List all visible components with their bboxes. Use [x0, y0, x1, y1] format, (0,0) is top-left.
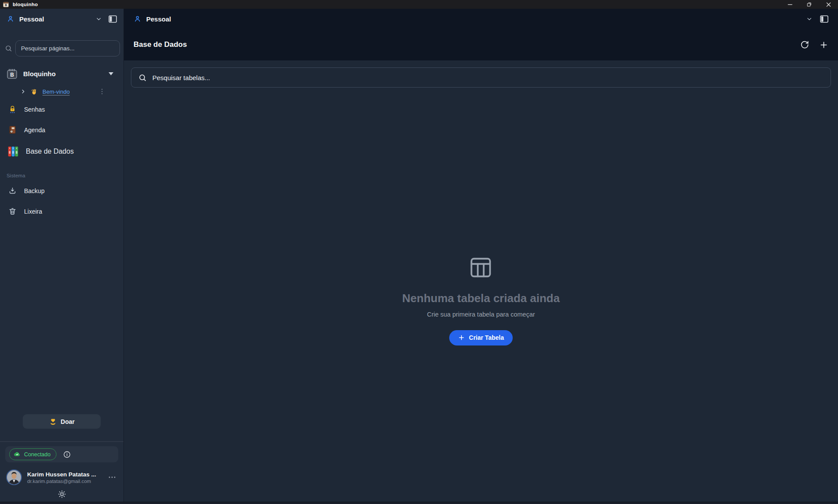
- app-logo-icon: B: [3, 2, 9, 7]
- refresh-icon[interactable]: [800, 40, 809, 49]
- sun-theme-icon[interactable]: [57, 490, 67, 499]
- main-body: Nenhuma tabela criada ainda Crie sua pri…: [124, 60, 838, 502]
- user-profile[interactable]: Karim Hussen Patatas ... dr.karim.patata…: [0, 467, 123, 488]
- chevron-down-icon[interactable]: [806, 16, 813, 22]
- tables-search-input[interactable]: [152, 74, 824, 81]
- app-window: B bloquinho Pessoal: [0, 0, 838, 504]
- empty-state-title: Nenhuma tabela criada ainda: [402, 292, 560, 305]
- sidebar-toggle-icon[interactable]: [109, 15, 117, 23]
- create-table-button[interactable]: Criar Tabela: [449, 330, 513, 345]
- user-name: Karim Hussen Patatas ...: [27, 471, 103, 478]
- table-icon: [468, 255, 493, 280]
- app-body: Pessoal B: [0, 9, 838, 502]
- tree-item-bem-vindo[interactable]: Bem-vindo: [0, 85, 123, 99]
- avatar: [6, 469, 22, 485]
- main-workspace-row: Pessoal: [124, 9, 838, 29]
- sidebar: Pessoal B: [0, 9, 124, 502]
- tree-root-bloquinho[interactable]: B Bloquinho: [0, 65, 123, 82]
- cloud-check-icon: [14, 451, 21, 458]
- footer-divider: [0, 441, 123, 442]
- sidebar-item-backup[interactable]: Backup: [0, 181, 123, 201]
- search-icon: [138, 74, 147, 82]
- sidebar-item-label: Senhas: [24, 106, 45, 113]
- expand-chevron-icon[interactable]: [20, 88, 26, 95]
- user-menu-dots-icon[interactable]: [109, 476, 116, 478]
- trash-icon: [7, 207, 18, 215]
- sidebar-item-agenda[interactable]: Agenda: [0, 120, 123, 140]
- collapse-caret-icon[interactable]: [109, 72, 113, 75]
- restore-button[interactable]: [799, 0, 819, 9]
- password-lock-icon: [7, 105, 18, 114]
- donate-label: Doar: [61, 418, 75, 425]
- info-icon[interactable]: [63, 451, 71, 458]
- pages-search-input[interactable]: [15, 40, 120, 56]
- page-title-row: Base de Dados: [124, 29, 838, 60]
- wave-icon: [31, 88, 38, 95]
- main-area: Pessoal Base de Dados: [124, 9, 838, 502]
- window-title: bloquinho: [13, 2, 38, 7]
- tree-child-link[interactable]: Bem-vindo: [42, 88, 70, 95]
- tables-search-box: [131, 67, 831, 88]
- agenda-book-icon: [7, 125, 18, 134]
- user-meta: Karim Hussen Patatas ... dr.karim.patata…: [27, 471, 103, 484]
- svg-text:B: B: [10, 71, 14, 78]
- connected-badge: Conectado: [9, 448, 56, 460]
- sidebar-item-label: Base de Dados: [26, 148, 74, 155]
- close-button[interactable]: [819, 0, 838, 9]
- titlebar: B bloquinho: [0, 0, 838, 9]
- sidebar-workspace-header[interactable]: Pessoal: [0, 9, 123, 29]
- plus-icon: [458, 334, 465, 341]
- donate-button[interactable]: Doar: [23, 414, 101, 429]
- sidebar-section-label: Sistema: [0, 162, 123, 180]
- database-binders-icon: [7, 145, 20, 158]
- minimize-button[interactable]: [780, 0, 799, 9]
- tree-root-label: Bloquinho: [23, 70, 103, 78]
- sidebar-nav: B Bloquinho Bem-vindo: [0, 65, 123, 221]
- workspace-switcher-chevron[interactable]: [95, 16, 102, 22]
- heart-hand-icon: [49, 418, 57, 426]
- panel-toggle-icon[interactable]: [820, 15, 828, 23]
- download-icon: [7, 187, 18, 195]
- titlebar-left: B bloquinho: [3, 2, 38, 7]
- connection-status-box: Conectado: [5, 446, 118, 462]
- page-title: Base de Dados: [134, 40, 187, 49]
- sidebar-item-label: Lixeira: [24, 208, 42, 215]
- sidebar-search: [4, 40, 120, 56]
- main-workspace-name: Pessoal: [146, 15, 171, 23]
- add-table-plus-icon[interactable]: [819, 40, 828, 49]
- window-bottom-edge: [0, 502, 838, 504]
- window-controls: [780, 0, 838, 9]
- sidebar-footer: Doar Conectado: [0, 414, 123, 502]
- empty-state-wrap: Nenhuma tabela criada ainda Crie sua pri…: [124, 88, 838, 502]
- sidebar-item-label: Backup: [24, 187, 45, 194]
- user-email: dr.karim.patatas@gmail.com: [27, 479, 103, 484]
- person-icon: [134, 15, 141, 23]
- sidebar-item-senhas[interactable]: Senhas: [0, 99, 123, 119]
- empty-state: Nenhuma tabela criada ainda Crie sua pri…: [402, 255, 560, 345]
- svg-text:B: B: [5, 4, 7, 7]
- sidebar-item-label: Agenda: [24, 127, 45, 134]
- main-header: Pessoal Base de Dados: [124, 9, 838, 60]
- create-table-label: Criar Tabela: [469, 334, 504, 341]
- connected-label: Conectado: [24, 451, 50, 458]
- theme-toggle-row: [0, 488, 123, 502]
- workspace-name: Pessoal: [19, 15, 91, 23]
- empty-state-subtitle: Crie sua primeira tabela para começar: [427, 311, 535, 318]
- sidebar-item-lixeira[interactable]: Lixeira: [0, 201, 123, 221]
- search-icon: [5, 45, 12, 52]
- person-icon: [7, 15, 14, 23]
- sidebar-item-base-de-dados[interactable]: Base de Dados: [0, 141, 123, 162]
- item-menu-dots-icon[interactable]: [101, 88, 103, 95]
- notebook-b-icon: B: [7, 68, 18, 79]
